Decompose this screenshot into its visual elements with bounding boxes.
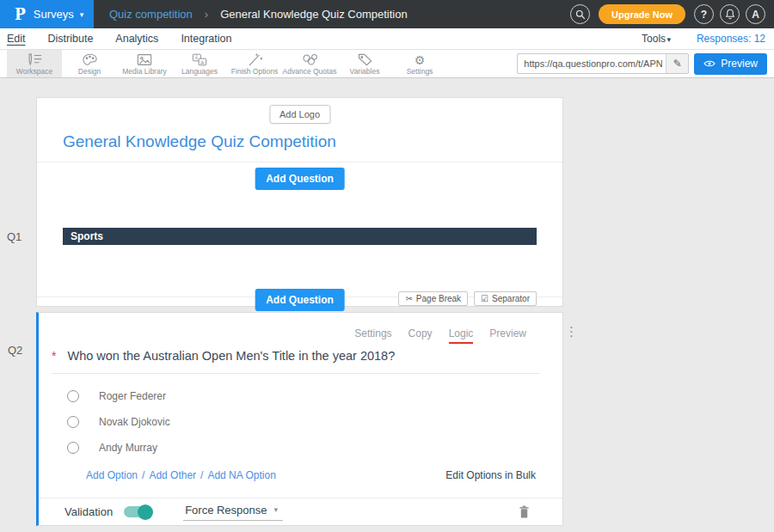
chevron-down-icon: ▾	[666, 35, 671, 44]
edit-toolbar: Workspace Design Media Library x̄A Langu…	[0, 50, 774, 78]
toolbar-item-label: Languages	[181, 67, 218, 76]
top-header: P Surveys ▾ Quiz competition › General K…	[0, 0, 774, 28]
toolbar-item-label: Advance Quotas	[283, 67, 337, 76]
answer-option-row[interactable]: Roger Federer	[67, 390, 166, 402]
avatar: A	[752, 9, 759, 21]
separator-label: Separator	[492, 294, 530, 303]
toolbar-item-finish-options[interactable]: Finish Options	[227, 50, 282, 77]
tab-distribute[interactable]: Distribute	[48, 33, 94, 45]
radio-button-icon[interactable]	[67, 442, 79, 454]
break-buttons: ✂ Page Break ☑ Separator	[398, 291, 537, 306]
svg-text:A: A	[200, 60, 204, 65]
upgrade-now-button[interactable]: Upgrade Now	[599, 4, 685, 24]
responses-link[interactable]: Responses: 12	[697, 33, 765, 45]
wand-icon	[248, 53, 262, 66]
option-label[interactable]: Novak Djokovic	[99, 416, 170, 428]
eye-icon	[703, 59, 716, 68]
divider	[37, 162, 562, 162]
toolbar-item-variables[interactable]: Variables	[337, 50, 392, 77]
header-actions: Upgrade Now ? A	[570, 4, 774, 24]
validation-row: Validation Force Response ▾	[39, 498, 562, 525]
toolbar-item-workspace[interactable]: Workspace	[7, 50, 62, 77]
radio-button-icon[interactable]	[67, 416, 79, 428]
separator-button[interactable]: ☑ Separator	[474, 291, 537, 306]
toolbar-item-label: Media Library	[122, 67, 167, 76]
tag-icon	[358, 53, 372, 66]
breadcrumb-separator-icon: ›	[205, 8, 208, 21]
pencil-icon: ✎	[673, 58, 682, 70]
product-name: Surveys	[34, 8, 74, 21]
edit-options-in-bulk-link[interactable]: Edit Options in Bulk	[445, 469, 536, 481]
delete-question-button[interactable]	[519, 505, 530, 518]
toolbar-item-media-library[interactable]: Media Library	[117, 50, 172, 77]
svg-text:x̄: x̄	[195, 55, 199, 60]
option-links-row: Add Option / Add Other / Add NA Option E…	[86, 469, 536, 481]
add-logo-button[interactable]: Add Logo	[269, 105, 330, 124]
breadcrumb: Quiz competition › General Knowledge Qui…	[109, 8, 408, 21]
nav-tabs: Edit Distribute Analytics Integration	[7, 33, 231, 45]
survey-url-box: ✎	[517, 53, 689, 74]
add-option-link[interactable]: Add Option	[86, 469, 138, 481]
toolbar-right: ✎ Preview	[517, 50, 774, 77]
radio-button-icon[interactable]	[67, 390, 79, 402]
survey-header-card: Add Logo General Knowledge Quiz Competit…	[36, 97, 563, 307]
preview-button[interactable]: Preview	[694, 53, 767, 75]
chevron-down-icon: ▾	[274, 505, 279, 514]
validation-type-dropdown[interactable]: Force Response ▾	[183, 504, 283, 521]
toolbar-item-label: Variables	[350, 67, 380, 76]
breadcrumb-parent[interactable]: Quiz competition	[109, 8, 193, 21]
answer-option-row[interactable]: Andy Murray	[67, 442, 157, 454]
toolbar-item-languages[interactable]: x̄A Languages	[172, 50, 227, 77]
edit-url-button[interactable]: ✎	[666, 53, 688, 74]
question-text[interactable]: Who won the Australian Open Men's Title …	[67, 349, 395, 363]
question-text-row: * Who won the Australian Open Men's Titl…	[52, 349, 540, 374]
workspace-icon	[26, 53, 43, 66]
validation-value: Force Response	[185, 504, 267, 517]
option-label[interactable]: Roger Federer	[99, 390, 166, 402]
surveys-menu[interactable]: P Surveys ▾	[0, 0, 94, 28]
account-button[interactable]: A	[746, 4, 765, 24]
tab-analytics[interactable]: Analytics	[115, 33, 158, 45]
question-tab-preview[interactable]: Preview	[489, 327, 526, 342]
app-window: P Surveys ▾ Quiz competition › General K…	[0, 0, 774, 532]
link-separator: /	[200, 469, 203, 481]
translate-icon: x̄A	[192, 53, 207, 66]
question-card-q2: Settings Copy Logic Preview ⋮ * Who won …	[36, 312, 563, 526]
toolbar-item-design[interactable]: Design	[62, 50, 117, 77]
chevron-down-icon: ▾	[80, 10, 84, 19]
page-break-button[interactable]: ✂ Page Break	[398, 291, 468, 306]
notifications-button[interactable]	[720, 4, 740, 24]
checkbox-icon: ☑	[481, 294, 488, 303]
validation-label: Validation	[64, 505, 113, 518]
tab-edit[interactable]: Edit	[7, 33, 26, 45]
add-other-link[interactable]: Add Other	[149, 469, 196, 481]
tools-label: Tools	[642, 33, 666, 45]
help-button[interactable]: ?	[694, 4, 714, 24]
section-title-bar[interactable]: Sports	[63, 228, 537, 245]
add-na-option-link[interactable]: Add NA Option	[207, 469, 275, 481]
toolbar-item-label: Settings	[407, 67, 433, 76]
question-tab-settings[interactable]: Settings	[354, 327, 391, 342]
search-button[interactable]	[570, 4, 590, 24]
survey-url-input[interactable]	[518, 58, 666, 69]
kebab-menu-icon[interactable]: ⋮	[565, 326, 578, 338]
survey-title[interactable]: General Knowledge Quiz Competition	[63, 132, 336, 151]
survey-nav: Edit Distribute Analytics Integration To…	[0, 28, 774, 50]
toolbar-item-settings[interactable]: ⚙ Settings	[392, 50, 447, 77]
questionpro-logo: P	[15, 5, 26, 23]
scissors-icon: ✂	[405, 294, 412, 303]
option-label[interactable]: Andy Murray	[99, 442, 157, 454]
question-tab-logic[interactable]: Logic	[449, 327, 474, 344]
chain-icon	[302, 53, 318, 66]
tab-integration[interactable]: Integration	[181, 33, 231, 45]
question-mark-icon: ?	[701, 9, 707, 21]
toggle-knob	[138, 504, 153, 520]
question-tab-copy[interactable]: Copy	[408, 327, 433, 342]
validation-toggle[interactable]	[124, 506, 151, 517]
add-question-button-top[interactable]: Add Question	[255, 168, 345, 190]
answer-option-row[interactable]: Novak Djokovic	[67, 416, 170, 428]
tools-menu[interactable]: Tools ▾	[642, 33, 671, 45]
toolbar-item-advance-quotas[interactable]: Advance Quotas	[282, 50, 337, 77]
add-question-button-middle[interactable]: Add Question	[255, 289, 345, 311]
gear-icon: ⚙	[415, 54, 426, 66]
